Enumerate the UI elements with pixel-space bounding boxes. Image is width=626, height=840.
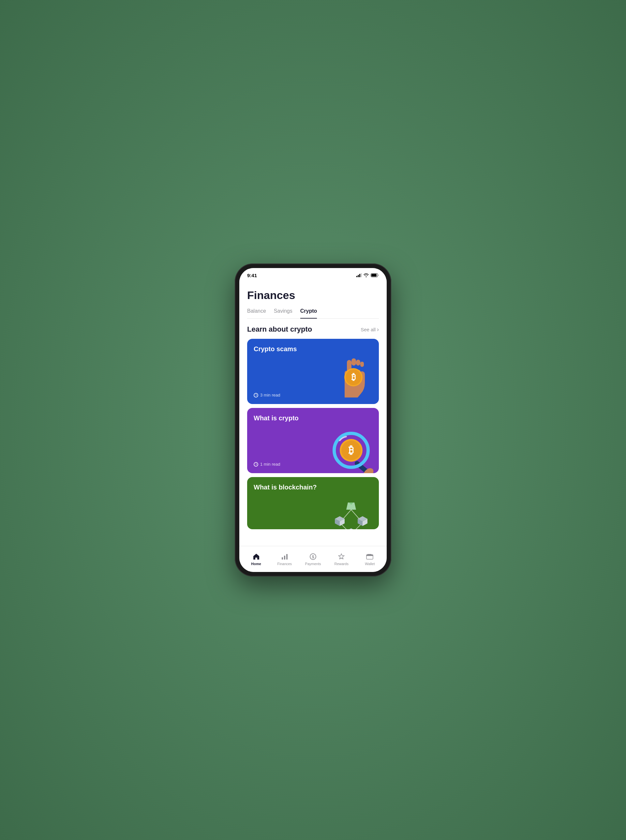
signal-icon xyxy=(356,273,362,277)
svg-rect-7 xyxy=(352,358,356,366)
status-icons xyxy=(356,273,379,277)
nav-item-payments[interactable]: $ Payments xyxy=(299,553,327,566)
read-time-1: 3 min read xyxy=(260,393,280,397)
section-header: Learn about crypto See all xyxy=(247,325,379,333)
read-time-2: 1 min read xyxy=(260,462,280,467)
page-header: Finances Balance Savings Crypto xyxy=(239,282,387,319)
content-area: Finances Balance Savings Crypto Learn ab… xyxy=(239,282,387,546)
svg-rect-0 xyxy=(356,276,357,277)
status-bar: 9:41 xyxy=(239,268,387,282)
bottom-nav: Home Finances $ xyxy=(239,546,387,572)
svg-marker-31 xyxy=(346,528,356,529)
nav-label-wallet: Wallet xyxy=(365,562,375,566)
nav-label-payments: Payments xyxy=(305,562,321,566)
illustration-magnify-bitcoin: ₿ xyxy=(330,424,376,473)
svg-text:$: $ xyxy=(312,555,314,559)
page-title: Finances xyxy=(247,289,379,302)
nav-item-rewards[interactable]: Rewards xyxy=(327,553,356,566)
svg-rect-8 xyxy=(356,360,360,366)
main-content: Learn about crypto See all Crypto scams … xyxy=(239,319,387,546)
nav-label-finances: Finances xyxy=(277,562,292,566)
phone-screen: 9:41 xyxy=(239,268,387,572)
svg-rect-36 xyxy=(286,554,288,560)
see-all-button[interactable]: See all xyxy=(361,326,379,333)
illustration-blockchain xyxy=(330,500,372,529)
svg-rect-43 xyxy=(368,554,371,555)
finances-icon xyxy=(281,553,288,560)
nav-item-home[interactable]: Home xyxy=(242,553,270,566)
payments-icon: $ xyxy=(309,553,317,560)
card-crypto-scams[interactable]: Crypto scams 3 min read xyxy=(247,339,379,404)
svg-rect-9 xyxy=(360,361,364,367)
svg-rect-3 xyxy=(361,273,362,277)
clock-icon-2 xyxy=(254,462,258,467)
svg-rect-35 xyxy=(284,556,285,560)
wifi-icon xyxy=(363,273,369,277)
svg-rect-1 xyxy=(358,275,359,277)
status-time: 9:41 xyxy=(247,272,257,278)
tab-crypto[interactable]: Crypto xyxy=(300,308,317,319)
section-title: Learn about crypto xyxy=(247,325,312,333)
card-title-3: What is blockchain? xyxy=(254,483,372,491)
svg-text:₿: ₿ xyxy=(352,372,356,382)
nav-item-finances[interactable]: Finances xyxy=(270,553,299,566)
tab-savings[interactable]: Savings xyxy=(274,308,293,319)
tab-balance[interactable]: Balance xyxy=(247,308,266,319)
clock-icon-1 xyxy=(254,393,258,397)
tabs-container: Balance Savings Crypto xyxy=(247,308,379,319)
card-title-2: What is crypto xyxy=(254,415,372,422)
card-what-is-blockchain[interactable]: What is blockchain? xyxy=(247,477,379,529)
svg-rect-5 xyxy=(371,274,377,277)
svg-rect-2 xyxy=(359,274,360,277)
svg-text:₿: ₿ xyxy=(349,444,354,456)
wallet-icon xyxy=(366,553,374,560)
home-icon xyxy=(252,553,260,560)
nav-label-rewards: Rewards xyxy=(335,562,349,566)
rewards-icon xyxy=(338,553,345,560)
svg-rect-6 xyxy=(347,360,352,366)
nav-label-home: Home xyxy=(251,562,261,566)
battery-icon xyxy=(371,273,379,277)
svg-rect-34 xyxy=(282,557,283,560)
illustration-hand-bitcoin: ₿ xyxy=(333,352,372,397)
nav-item-wallet[interactable]: Wallet xyxy=(356,553,384,566)
phone-frame: 9:41 xyxy=(235,263,391,577)
card-what-is-crypto[interactable]: What is crypto 1 min read xyxy=(247,408,379,473)
